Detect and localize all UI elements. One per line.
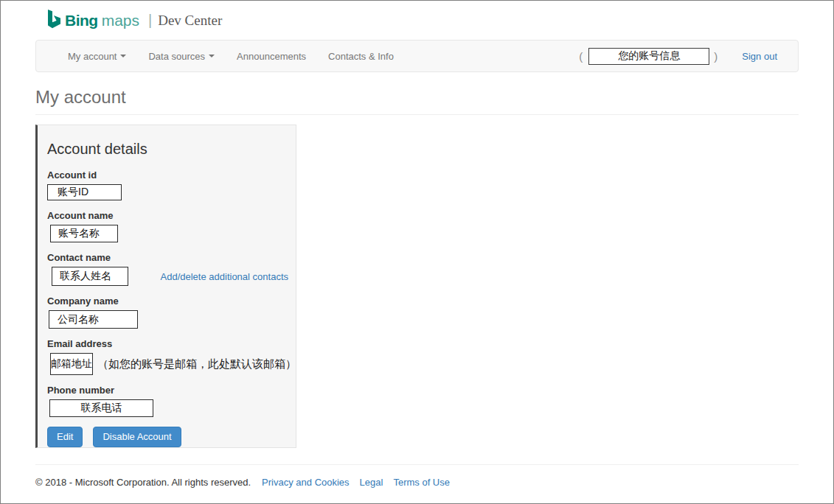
field-label: Email address [47, 338, 288, 350]
account-details-panel: Account details Account id 账号ID Account … [35, 125, 296, 448]
brand-bing-text: Bing [65, 12, 98, 29]
app-window: Bing maps | Dev Center My account Data s… [0, 0, 834, 504]
footer: © 2018 - Microsoft Corporation. All righ… [35, 465, 799, 488]
field-label: Account id [47, 169, 288, 181]
account-info-annotation-text: 您的账号信息 [618, 49, 680, 63]
page-title: My account [35, 88, 799, 106]
field-label: Phone number [47, 385, 288, 396]
nav-item-label: Announcements [237, 51, 306, 62]
field-account-id: Account id 账号ID [47, 169, 288, 200]
account-info-annotation-box: 您的账号信息 [588, 48, 709, 65]
panel-heading: Account details [47, 141, 288, 158]
sign-out-link[interactable]: Sign out [742, 51, 777, 62]
privacy-and-cookies-link[interactable]: Privacy and Cookies [262, 477, 350, 488]
annotation-open-paren: ( [579, 50, 583, 63]
phone-annotation-box: 联系电话 [49, 399, 153, 417]
nav-item-my-account[interactable]: My account [57, 41, 137, 71]
field-contact-name: Contact name 联系人姓名 Add/delete additional… [47, 252, 288, 286]
annotation-close-paren: ) [714, 50, 717, 63]
terms-of-use-link[interactable]: Terms of Use [393, 477, 450, 488]
field-company-name: Company name 公司名称 [47, 295, 288, 329]
brand-maps-text: maps [102, 12, 139, 29]
navbar-left: My account Data sources Announcements Co… [57, 41, 405, 71]
brand-separator: | [148, 12, 152, 29]
nav-item-announcements[interactable]: Announcements [226, 41, 317, 71]
account-id-annotation-box: 账号ID [47, 184, 122, 200]
nav-item-label: Data sources [148, 51, 205, 62]
panel-actions: Edit Disable Account [47, 427, 288, 447]
add-delete-contacts-link[interactable]: Add/delete additional contacts [161, 271, 288, 282]
email-note: （如您的账号是邮箱，此处默认该邮箱） [97, 357, 296, 371]
legal-link[interactable]: Legal [360, 477, 383, 488]
field-account-name: Account name 账号名称 [47, 210, 288, 242]
field-label: Contact name [47, 252, 288, 264]
edit-button[interactable]: Edit [47, 427, 83, 447]
nav-item-contacts-info[interactable]: Contacts & Info [317, 41, 405, 71]
account-name-annotation-box: 账号名称 [50, 225, 118, 242]
brand-header: Bing maps | Dev Center [35, 1, 799, 33]
nav-item-data-sources[interactable]: Data sources [137, 41, 226, 71]
email-annotation-box: 邮箱地址 [50, 353, 93, 375]
bing-logo-icon [46, 10, 61, 30]
field-phone-number: Phone number 联系电话 [47, 385, 288, 417]
main-navbar: My account Data sources Announcements Co… [35, 40, 799, 72]
disable-account-button[interactable]: Disable Account [93, 427, 181, 447]
nav-item-label: My account [68, 51, 117, 62]
field-label: Company name [47, 295, 288, 307]
caret-down-icon [120, 55, 126, 57]
title-divider [35, 114, 799, 115]
company-name-annotation-box: 公司名称 [49, 310, 138, 329]
contact-name-annotation-box: 联系人姓名 [52, 267, 128, 286]
field-label: Account name [47, 210, 288, 222]
nav-item-label: Contacts & Info [328, 51, 394, 62]
caret-down-icon [209, 55, 215, 57]
brand-dev-center-text: Dev Center [158, 13, 222, 29]
navbar-right: ( 您的账号信息 ) Sign out [579, 48, 777, 65]
field-email-address: Email address 邮箱地址 （如您的账号是邮箱，此处默认该邮箱） [47, 338, 288, 375]
copyright-text: © 2018 - Microsoft Corporation. All righ… [35, 477, 251, 488]
